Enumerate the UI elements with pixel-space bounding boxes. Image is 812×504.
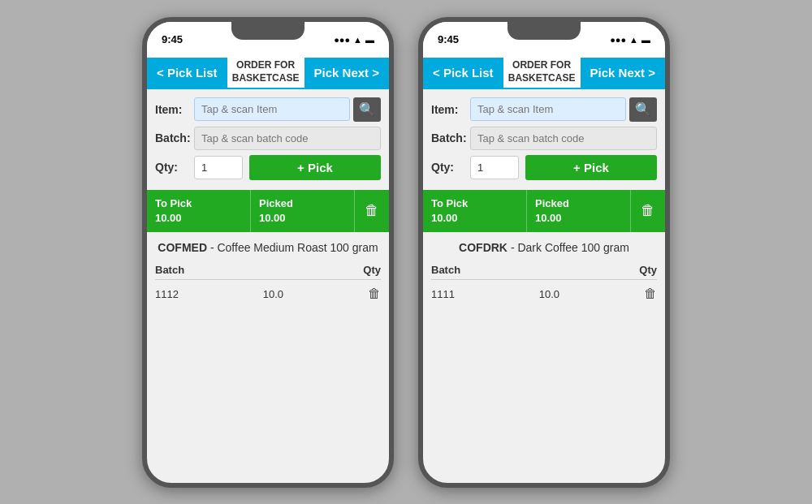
to-pick-label-2: To Pick — [431, 196, 518, 211]
item-input-2[interactable] — [470, 97, 626, 121]
batch-table-header-1: Batch Qty — [155, 264, 381, 280]
trash-icon-2: 🗑 — [641, 202, 655, 219]
batch-table-1: Batch Qty 1112 10.0 🗑 — [147, 261, 389, 308]
pick-delete-button-1[interactable]: 🗑 — [354, 190, 389, 232]
pick-next-button-2[interactable]: Pick Next > — [581, 58, 665, 88]
batch-value-1: 1112 — [155, 288, 179, 300]
status-bar-1: 9:45 ●●● ▲ ▬ — [147, 22, 389, 58]
to-pick-section-2: To Pick 10.00 — [423, 190, 526, 232]
picked-label-1: Picked — [259, 196, 346, 211]
pick-status-bar-1: To Pick 10.00 Picked 10.00 🗑 — [147, 190, 389, 232]
form-area-2: Item: 🔍 Batch: Qty: + Pick — [423, 89, 665, 190]
product-code-1: COFMED — [158, 241, 207, 254]
status-icons-1: ●●● ▲ ▬ — [334, 35, 374, 45]
status-icons-2: ●●● ▲ ▬ — [610, 35, 650, 45]
header-bar-2: < Pick List ORDER FOR BASKETCASE Pick Ne… — [423, 58, 665, 89]
qty-value-1: 10.0 — [263, 288, 283, 300]
batch-delete-button-1[interactable]: 🗑 — [368, 286, 381, 301]
battery-icon-1: ▬ — [365, 35, 374, 45]
product-code-2: COFDRK — [459, 241, 508, 254]
customer-label-2: BASKETCASE — [508, 72, 576, 85]
header-center-2: ORDER FOR BASKETCASE — [503, 58, 581, 88]
search-icon-1: 🔍 — [359, 101, 375, 117]
product-desc-2: - Dark Coffee 100 gram — [511, 241, 629, 254]
batch-input-2[interactable] — [470, 127, 657, 150]
product-desc-1: - Coffee Medium Roast 100 gram — [210, 241, 378, 254]
search-icon-2: 🔍 — [635, 101, 651, 117]
form-area-1: Item: 🔍 Batch: Qty: + Pick — [147, 89, 389, 190]
to-pick-section-1: To Pick 10.00 — [147, 190, 250, 232]
phone-1: 9:45 ●●● ▲ ▬ < Pick List ORDER FOR BASKE… — [142, 17, 394, 488]
qty-col-header-2: Qty — [639, 264, 657, 276]
plus-pick-button-1[interactable]: + Pick — [249, 155, 381, 180]
wifi-icon-2: ▲ — [629, 35, 638, 45]
batch-col-header-2: Batch — [431, 264, 460, 276]
wifi-icon-1: ▲ — [353, 35, 362, 45]
status-bar-2: 9:45 ●●● ▲ ▬ — [423, 22, 665, 58]
picked-section-2: Picked 10.00 — [526, 190, 630, 232]
status-time-2: 9:45 — [438, 33, 459, 45]
batch-table-header-2: Batch Qty — [431, 264, 657, 280]
batch-trash-icon-1: 🗑 — [368, 286, 381, 300]
picked-section-1: Picked 10.00 — [250, 190, 354, 232]
item-search-button-2[interactable]: 🔍 — [629, 97, 657, 122]
item-input-1[interactable] — [194, 97, 350, 121]
batch-table-2: Batch Qty 1111 10.0 🗑 — [423, 261, 665, 308]
pick-delete-button-2[interactable]: 🗑 — [630, 190, 665, 232]
item-row-1: Item: 🔍 — [155, 97, 381, 122]
batch-delete-button-2[interactable]: 🗑 — [644, 286, 657, 301]
item-row-2: Item: 🔍 — [431, 97, 657, 122]
battery-icon-2: ▬ — [641, 35, 650, 45]
qty-input-2[interactable] — [470, 156, 519, 179]
item-label-1: Item: — [155, 103, 194, 116]
pick-status-bar-2: To Pick 10.00 Picked 10.00 🗑 — [423, 190, 665, 232]
batch-row-2: Batch: — [431, 127, 657, 150]
qty-row-2: Qty: + Pick — [431, 155, 657, 180]
qty-label-2: Qty: — [431, 161, 470, 174]
item-label-2: Item: — [431, 103, 470, 116]
qty-label-1: Qty: — [155, 161, 194, 174]
to-pick-value-2: 10.00 — [431, 211, 518, 226]
qty-row-1: Qty: + Pick — [155, 155, 381, 180]
pick-list-button-1[interactable]: < Pick List — [147, 58, 227, 88]
status-time-1: 9:45 — [162, 33, 183, 45]
order-for-label-1: ORDER FOR — [236, 59, 295, 72]
qty-input-1[interactable] — [194, 156, 243, 179]
product-name-2: COFDRK - Dark Coffee 100 gram — [423, 232, 665, 261]
product-name-1: COFMED - Coffee Medium Roast 100 gram — [147, 232, 389, 261]
batch-label-2: Batch: — [431, 131, 470, 144]
batch-col-header-1: Batch — [155, 264, 184, 276]
batch-input-1[interactable] — [194, 127, 381, 150]
item-search-button-1[interactable]: 🔍 — [353, 97, 381, 122]
batch-row-data-2: 1111 10.0 🗑 — [431, 283, 657, 304]
header-center-1: ORDER FOR BASKETCASE — [227, 58, 304, 88]
pick-list-button-2[interactable]: < Pick List — [423, 58, 503, 88]
order-for-label-2: ORDER FOR — [512, 59, 571, 72]
batch-value-2: 1111 — [431, 288, 455, 300]
batch-row-data-1: 1112 10.0 🗑 — [155, 283, 381, 304]
signal-icon-2: ●●● — [610, 35, 626, 45]
to-pick-label-1: To Pick — [155, 196, 242, 211]
pick-next-button-1[interactable]: Pick Next > — [304, 58, 389, 88]
phone-2: 9:45 ●●● ▲ ▬ < Pick List ORDER FOR BASKE… — [418, 17, 670, 488]
qty-col-header-1: Qty — [363, 264, 381, 276]
signal-icon-1: ●●● — [334, 35, 350, 45]
picked-value-2: 10.00 — [535, 211, 622, 226]
batch-label-1: Batch: — [155, 131, 194, 144]
trash-icon-1: 🗑 — [365, 202, 379, 219]
to-pick-value-1: 10.00 — [155, 211, 242, 226]
plus-pick-button-2[interactable]: + Pick — [525, 155, 657, 180]
batch-row-1: Batch: — [155, 127, 381, 150]
batch-trash-icon-2: 🗑 — [644, 286, 657, 300]
picked-label-2: Picked — [535, 196, 622, 211]
header-bar-1: < Pick List ORDER FOR BASKETCASE Pick Ne… — [147, 58, 389, 89]
picked-value-1: 10.00 — [259, 211, 346, 226]
qty-value-2: 10.0 — [539, 288, 559, 300]
customer-label-1: BASKETCASE — [232, 72, 300, 85]
